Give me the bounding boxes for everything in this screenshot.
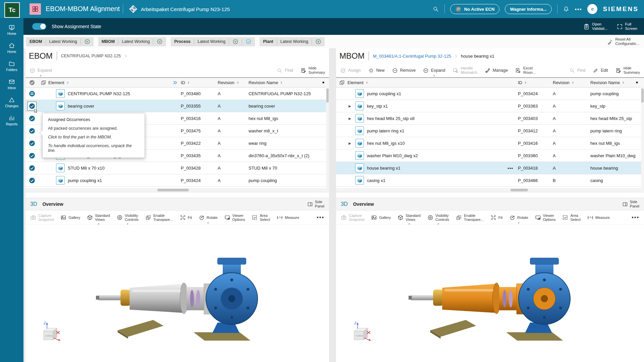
table-row[interactable]: ▶hex nut M8_igs x10 P_003416Ahex nut M8_…	[336, 137, 644, 149]
full-screen-button[interactable]: FullScreen	[616, 22, 637, 31]
area-select-button[interactable]: AreaSelect	[562, 214, 581, 222]
sidebar-item-home[interactable]: Home	[0, 40, 23, 56]
new-button[interactable]: New	[368, 68, 385, 73]
scrollbar-thumb[interactable]	[641, 88, 644, 103]
chevron-right-icon[interactable]	[123, 54, 128, 58]
gallery-button[interactable]: Gallery	[371, 215, 391, 221]
assignment-state-column-icon[interactable]	[29, 79, 35, 86]
table-row[interactable]: ▶hex head M6x 25_stp x8 P_003403Ahex hea…	[336, 112, 644, 125]
table-row[interactable]: pump latern ring x1 P_003412Apump latern…	[336, 125, 644, 137]
horizontal-scrollbar[interactable]	[25, 188, 329, 192]
packed-grid-status-icon[interactable]	[29, 90, 36, 97]
manage-button[interactable]: Manage	[485, 68, 508, 73]
table-row[interactable]: pump coupling x1 P_003424Apump coupling	[336, 87, 644, 100]
reset-all-configuration-button[interactable]: Reset AllConfiguratio...	[607, 37, 639, 46]
teamcenter-logo[interactable]: Tc	[4, 2, 20, 18]
table-row-selected[interactable]: house bearing x1••• P_003418Ahouse beari…	[336, 162, 644, 174]
handle-mismatch-button[interactable]: HandleMismatch	[453, 66, 477, 75]
filter-chip-process[interactable]: Process Latest Working	[171, 37, 255, 46]
column-header-id[interactable]: ID	[181, 80, 218, 85]
orientation-cube[interactable]: Z VORNE	[37, 319, 65, 347]
sidebar-item-folders[interactable]: Folders	[0, 58, 23, 74]
focused-status[interactable]	[28, 102, 37, 111]
workpackage-name[interactable]: Arbeitspaket Centrifugal Pump N23-125	[141, 6, 230, 12]
orientation-cube[interactable]: Z VORNE	[347, 319, 376, 347]
assigned-check-status-icon[interactable]	[29, 165, 36, 172]
hide-summary-button[interactable]: HideSummary	[615, 66, 640, 75]
column-header-id[interactable]: ID	[518, 80, 553, 85]
hide-summary-button[interactable]: HideSummary	[301, 66, 325, 75]
fit-button[interactable]: Fit	[490, 215, 502, 221]
table-row[interactable]: bearing cover P_003355Abearing cover	[25, 100, 329, 112]
notifications-bell-icon[interactable]	[563, 6, 570, 12]
sort-icon[interactable]	[524, 80, 527, 85]
column-header-revision[interactable]: Revision	[553, 80, 590, 85]
viewer-options-button[interactable]: ViewerOptions	[535, 214, 556, 222]
expand-row-arrow[interactable]: ▶	[347, 141, 352, 145]
capture-snapshot-button[interactable]: CaptureSnapshot	[341, 214, 364, 222]
mbom-breadcrumb-link[interactable]: M_003481/A;1-Centrifugal Pump 32-125	[373, 54, 451, 59]
search-icon[interactable]	[432, 6, 439, 12]
more-menu-icon[interactable]: •••	[575, 6, 582, 12]
sidebar-item-home-screen[interactable]: Home	[0, 21, 23, 38]
expand-row-arrow[interactable]: ▶	[347, 117, 352, 120]
visibility-controls-button[interactable]: VisibilityControls	[427, 214, 449, 222]
side-panel-button[interactable]: SidePanel	[622, 200, 639, 208]
table-row[interactable]: STUD M8 x 70 x10 P_003428ASTUD M8 x 70	[25, 162, 329, 174]
mbom-breadcrumb-current[interactable]: house bearing x1	[461, 54, 494, 59]
enable-transparency-button[interactable]: EnableTranspare...	[145, 214, 173, 222]
column-header-revision[interactable]: Revision	[218, 80, 249, 85]
visibility-controls-button[interactable]: VisibilityControls	[117, 214, 139, 222]
filter-chip-plant[interactable]: Plant Latest Working	[260, 37, 325, 46]
user-context-button[interactable]: Wagner Informa...	[505, 4, 551, 14]
table-settings-gear-icon[interactable]	[634, 79, 640, 85]
table-row[interactable]: ▶key_stp x1 P_003363Akey_stp	[336, 100, 644, 112]
open-validation-button[interactable]: OpenValidati...	[583, 22, 607, 31]
sidebar-item-reports[interactable]: Reports	[0, 112, 23, 129]
assign-arrows-icon[interactable]	[172, 80, 178, 85]
side-panel-button[interactable]: SidePanel	[307, 200, 324, 208]
assigned-check-status-icon[interactable]	[29, 115, 36, 122]
table-settings-gear-icon[interactable]	[320, 79, 326, 85]
table-row[interactable]: pump coupling x1 P_003424Apump coupling	[25, 174, 329, 187]
row-actions-icon[interactable]: •••	[507, 166, 518, 171]
sort-icon[interactable]	[66, 80, 69, 85]
find-button[interactable]: Find	[277, 68, 293, 73]
excel-roundtrip-button[interactable]: ExcelRoun...	[515, 66, 536, 75]
ebom-breadcrumb[interactable]: CENTRIFUGAL PUMP N32-125	[61, 54, 121, 58]
sort-icon[interactable]	[187, 80, 190, 85]
column-header-revision-name[interactable]: Revision Name	[249, 80, 329, 85]
sort-icon[interactable]	[622, 80, 625, 85]
area-select-button[interactable]: AreaSelect	[252, 214, 270, 222]
avatar[interactable]: e	[587, 4, 597, 14]
standard-views-button[interactable]: StandardViews	[87, 214, 110, 222]
no-active-ecn-badge[interactable]: No Active ECN	[450, 4, 500, 14]
table-row[interactable]: washer Plain M10_dwg x2 P_003360Awasher …	[336, 149, 644, 162]
pack-column-icon[interactable]	[41, 80, 46, 85]
sort-icon[interactable]	[365, 80, 369, 85]
vertical-scrollbar[interactable]	[326, 87, 329, 188]
standard-views-button[interactable]: StandardViews	[397, 214, 421, 222]
capture-snapshot-button[interactable]: CaptureSnapshot	[30, 214, 54, 222]
toolbar-overflow-icon[interactable]: •••	[632, 215, 639, 221]
vertical-scrollbar[interactable]	[641, 87, 644, 188]
column-header-element[interactable]: Element	[347, 80, 518, 85]
measure-button[interactable]: Measure	[277, 215, 299, 221]
toolbar-overflow-icon[interactable]: •••	[317, 215, 324, 221]
gallery-button[interactable]: Gallery	[60, 215, 80, 221]
assign-button[interactable]: Assign	[340, 68, 361, 73]
fit-button[interactable]: Fit	[180, 215, 192, 221]
3d-tab[interactable]: 3D	[30, 201, 37, 207]
filter-chip-mbom[interactable]: MBOM Latest Working	[98, 37, 166, 46]
expand-button[interactable]: Expand	[30, 68, 52, 73]
3d-tab[interactable]: 3D	[341, 201, 347, 207]
column-header-element[interactable]: Element	[48, 80, 169, 85]
assigned-check-status-icon[interactable]	[29, 177, 36, 184]
filter-chip-ebom[interactable]: EBOM Latest Working	[26, 37, 94, 46]
find-button[interactable]: Find	[569, 68, 585, 73]
sidebar-item-changes[interactable]: Changes	[0, 94, 23, 111]
sort-icon[interactable]	[280, 80, 283, 85]
edit-button[interactable]: Edit	[593, 68, 608, 73]
mbom-3d-viewer[interactable]: Z VORNE	[336, 225, 644, 362]
viewer-options-button[interactable]: ViewerOptions	[224, 214, 245, 222]
